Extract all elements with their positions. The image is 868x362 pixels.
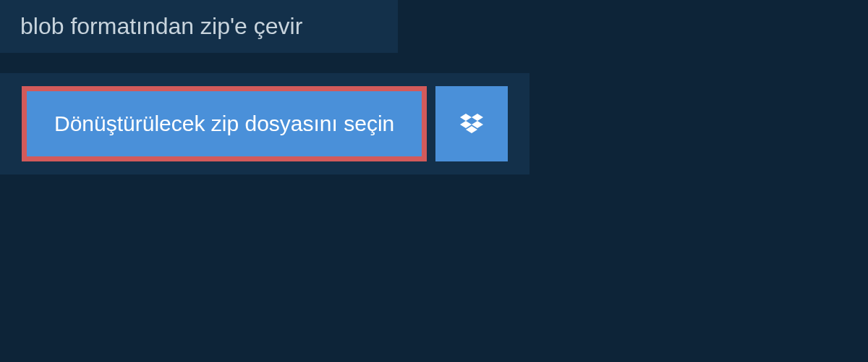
dropbox-icon: [460, 114, 483, 134]
content-area: Dönüştürülecek zip dosyasını seçin: [0, 73, 529, 174]
page-title: blob formatından zip'e çevir: [20, 13, 378, 40]
header-bar: blob formatından zip'e çevir: [0, 0, 398, 53]
dropbox-button[interactable]: [435, 86, 508, 161]
select-file-button[interactable]: Dönüştürülecek zip dosyasını seçin: [22, 86, 427, 161]
select-file-label: Dönüştürülecek zip dosyasını seçin: [54, 111, 394, 136]
